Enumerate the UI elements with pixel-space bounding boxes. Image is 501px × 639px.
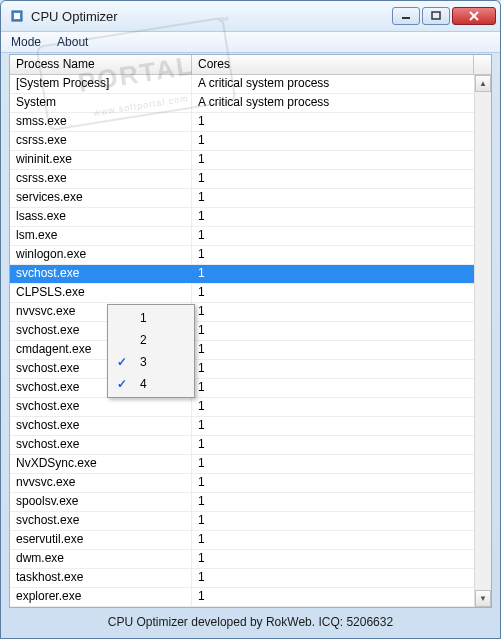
cell-cores: 1 bbox=[192, 569, 491, 587]
table-row[interactable]: svchost.exe1 bbox=[10, 417, 491, 436]
table-row[interactable]: csrss.exe1 bbox=[10, 170, 491, 189]
menu-bar: Mode About bbox=[1, 31, 500, 53]
table-row[interactable]: lsass.exe1 bbox=[10, 208, 491, 227]
table-row[interactable]: wininit.exe1 bbox=[10, 151, 491, 170]
cell-cores: 1 bbox=[192, 132, 491, 150]
cell-cores: 1 bbox=[192, 588, 491, 606]
app-window: CPU Optimizer Mode About Process Name Co… bbox=[0, 0, 501, 639]
check-icon: ✓ bbox=[110, 377, 134, 391]
menu-mode[interactable]: Mode bbox=[3, 32, 49, 52]
table-row[interactable]: cmdagent.exe1 bbox=[10, 341, 491, 360]
context-menu-label: 2 bbox=[134, 333, 192, 347]
context-menu-label: 1 bbox=[134, 311, 192, 325]
cell-cores: 1 bbox=[192, 189, 491, 207]
cell-process-name: csrss.exe bbox=[10, 170, 192, 188]
table-row[interactable]: lsm.exe1 bbox=[10, 227, 491, 246]
cell-process-name: eservutil.exe bbox=[10, 531, 192, 549]
scroll-up-icon[interactable]: ▲ bbox=[475, 75, 491, 92]
table-row[interactable]: dwm.exe1 bbox=[10, 550, 491, 569]
cell-process-name: csrss.exe bbox=[10, 132, 192, 150]
table-row[interactable]: eservutil.exe1 bbox=[10, 531, 491, 550]
table-row[interactable]: CLPSLS.exe1 bbox=[10, 284, 491, 303]
cell-cores: 1 bbox=[192, 341, 491, 359]
table-header: Process Name Cores bbox=[10, 55, 491, 75]
table-row[interactable]: svchost.exe1 bbox=[10, 398, 491, 417]
cell-cores: 1 bbox=[192, 455, 491, 473]
cell-process-name: explorer.exe bbox=[10, 588, 192, 606]
table-row[interactable]: services.exe1 bbox=[10, 189, 491, 208]
header-scroll-spacer bbox=[474, 55, 491, 74]
cell-process-name: spoolsv.exe bbox=[10, 493, 192, 511]
cell-process-name: svchost.exe bbox=[10, 265, 192, 283]
table-row[interactable]: spoolsv.exe1 bbox=[10, 493, 491, 512]
cell-process-name: [System Process] bbox=[10, 75, 192, 93]
cell-process-name: smss.exe bbox=[10, 113, 192, 131]
cell-cores: 1 bbox=[192, 322, 491, 340]
maximize-button[interactable] bbox=[422, 7, 450, 25]
cell-cores: 1 bbox=[192, 379, 491, 397]
table-row[interactable]: NvXDSync.exe1 bbox=[10, 455, 491, 474]
cell-process-name: CLPSLS.exe bbox=[10, 284, 192, 302]
col-process-name[interactable]: Process Name bbox=[10, 55, 192, 74]
scroll-down-icon[interactable]: ▼ bbox=[475, 590, 491, 607]
cell-process-name: NvXDSync.exe bbox=[10, 455, 192, 473]
context-menu-item[interactable]: ✓3 bbox=[110, 351, 192, 373]
svg-rect-1 bbox=[14, 13, 20, 19]
vertical-scrollbar[interactable]: ▲ ▼ bbox=[474, 75, 491, 607]
cell-cores: 1 bbox=[192, 303, 491, 321]
cell-cores: 1 bbox=[192, 550, 491, 568]
table-row[interactable]: svchost.exe1 bbox=[10, 436, 491, 455]
col-cores[interactable]: Cores bbox=[192, 55, 474, 74]
cell-cores: 1 bbox=[192, 360, 491, 378]
window-title: CPU Optimizer bbox=[31, 9, 392, 24]
cell-process-name: svchost.exe bbox=[10, 512, 192, 530]
table-row[interactable]: winlogon.exe1 bbox=[10, 246, 491, 265]
process-list: Process Name Cores [System Process]A cri… bbox=[9, 54, 492, 608]
cell-process-name: lsass.exe bbox=[10, 208, 192, 226]
menu-about[interactable]: About bbox=[49, 32, 96, 52]
context-menu-item[interactable]: 1 bbox=[110, 307, 192, 329]
table-row[interactable]: svchost.exe1 bbox=[10, 379, 491, 398]
cell-cores: 1 bbox=[192, 284, 491, 302]
context-menu-item[interactable]: 2 bbox=[110, 329, 192, 351]
cell-process-name: dwm.exe bbox=[10, 550, 192, 568]
table-row[interactable]: svchost.exe1 bbox=[10, 265, 491, 284]
table-row[interactable]: nvvsvc.exe1 bbox=[10, 303, 491, 322]
table-body: [System Process]A critical system proces… bbox=[10, 75, 491, 607]
cell-cores: 1 bbox=[192, 436, 491, 454]
cell-cores: 1 bbox=[192, 227, 491, 245]
cell-cores: 1 bbox=[192, 398, 491, 416]
cell-process-name: svchost.exe bbox=[10, 436, 192, 454]
svg-rect-3 bbox=[432, 12, 440, 19]
cell-process-name: svchost.exe bbox=[10, 398, 192, 416]
minimize-button[interactable] bbox=[392, 7, 420, 25]
table-row[interactable]: svchost.exe1 bbox=[10, 322, 491, 341]
table-row[interactable]: svchost.exe1 bbox=[10, 360, 491, 379]
table-row[interactable]: [System Process]A critical system proces… bbox=[10, 75, 491, 94]
close-button[interactable] bbox=[452, 7, 496, 25]
table-row[interactable]: smss.exe1 bbox=[10, 113, 491, 132]
table-row[interactable]: csrss.exe1 bbox=[10, 132, 491, 151]
cell-cores: 1 bbox=[192, 265, 491, 283]
cell-process-name: services.exe bbox=[10, 189, 192, 207]
cell-cores: A critical system process bbox=[192, 75, 491, 93]
cell-process-name: taskhost.exe bbox=[10, 569, 192, 587]
table-row[interactable]: nvvsvc.exe1 bbox=[10, 474, 491, 493]
context-menu-label: 3 bbox=[134, 355, 192, 369]
status-text: CPU Optimizer developed by RokWeb. ICQ: … bbox=[108, 615, 393, 629]
context-menu-item[interactable]: ✓4 bbox=[110, 373, 192, 395]
table-row[interactable]: SystemA critical system process bbox=[10, 94, 491, 113]
cell-process-name: lsm.exe bbox=[10, 227, 192, 245]
cell-cores: 1 bbox=[192, 512, 491, 530]
table-row[interactable]: svchost.exe1 bbox=[10, 512, 491, 531]
table-row[interactable]: taskhost.exe1 bbox=[10, 569, 491, 588]
table-row[interactable]: explorer.exe1 bbox=[10, 588, 491, 607]
cell-cores: 1 bbox=[192, 246, 491, 264]
titlebar[interactable]: CPU Optimizer bbox=[1, 1, 500, 31]
context-menu-label: 4 bbox=[134, 377, 192, 391]
cell-process-name: wininit.exe bbox=[10, 151, 192, 169]
cores-context-menu[interactable]: 12✓3✓4 bbox=[107, 304, 195, 398]
cell-process-name: svchost.exe bbox=[10, 417, 192, 435]
cell-cores: 1 bbox=[192, 151, 491, 169]
cell-cores: 1 bbox=[192, 170, 491, 188]
